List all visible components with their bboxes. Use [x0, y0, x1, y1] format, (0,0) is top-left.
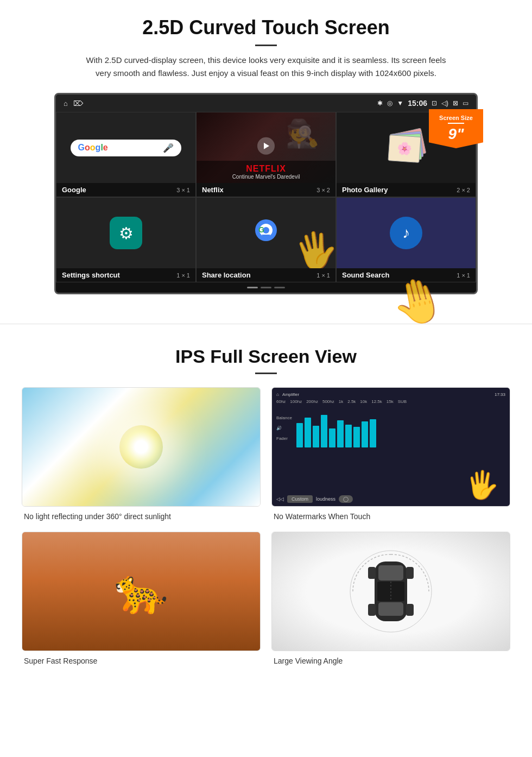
svg-rect-7	[378, 565, 403, 581]
google-app-name: Google	[62, 186, 86, 194]
cheetah-icon: 🐆	[114, 566, 168, 617]
netflix-logo: NETFLIX	[201, 164, 331, 174]
share-label-bar: Share location 1 × 1	[197, 268, 335, 282]
music-icon-wrap: ♪	[390, 217, 422, 249]
home-icon[interactable]: ⌂	[64, 99, 68, 108]
section-ips: IPS Full Screen View No light reflecting…	[0, 340, 532, 682]
sound-app-name: Sound Search	[342, 271, 389, 279]
toggle-switch[interactable]: ◯	[339, 495, 353, 503]
svg-rect-12	[368, 604, 376, 616]
status-time: 15:06	[408, 99, 427, 108]
amp-freq-labels: 60hz 100hz 200hz 500hz 1k 2.5k 10k 12.5k…	[276, 399, 505, 404]
amp-hand-icon: 🖐	[465, 469, 499, 501]
window-icon: ▭	[463, 99, 468, 107]
amp-time: 17:33	[495, 392, 505, 397]
feature-cheetah: 🐆 Super Fast Response	[22, 532, 261, 665]
status-left: ⌂ ⌦	[64, 99, 83, 108]
gallery-app-size: 2 × 2	[457, 187, 470, 193]
photo-card-top: 🌸	[388, 135, 421, 163]
watermarks-caption: No Watermarks When Touch	[271, 512, 510, 521]
device-wrapper: Screen Size 9" ⌂ ⌦ ✱ ◎ ▼ 15:06 ⊡ ◁) ⊠	[54, 93, 478, 294]
gallery-label-bar: Photo Gallery 2 × 2	[337, 183, 476, 197]
eq-bar-8	[353, 427, 360, 447]
svg-rect-11	[406, 567, 414, 579]
netflix-figure: 🕵	[286, 118, 319, 149]
location-icon: ◎	[387, 99, 392, 107]
sound-search-cell[interactable]: ♪ Sound Search 1 × 1	[336, 197, 476, 282]
netflix-app-name: Netflix	[202, 186, 224, 194]
google-search-bar[interactable]: Google 🎤	[71, 140, 182, 156]
section1-title: 2.5D Curved Touch Screen	[33, 16, 499, 39]
sunlight-visual	[22, 388, 260, 506]
eq-bar-6	[337, 420, 344, 447]
sound-cell-top: ♪	[337, 198, 476, 268]
eq-bar-7	[345, 425, 352, 447]
device-screen: ⌂ ⌦ ✱ ◎ ▼ 15:06 ⊡ ◁) ⊠ ▭	[54, 93, 478, 294]
google-cell[interactable]: Google 🎤 Google 3 × 1	[56, 112, 196, 197]
settings-gear-icon: ⚙	[119, 224, 134, 243]
google-app-size: 3 × 1	[176, 187, 190, 193]
sound-app-size: 1 × 1	[457, 272, 470, 279]
hand-icon: 🖐	[291, 226, 335, 268]
netflix-cell[interactable]: 🕵 NETFLIX Continue Marvel's Daredevil Ne…	[196, 112, 336, 197]
car-svg	[342, 542, 440, 640]
custom-btn[interactable]: Custom	[287, 495, 313, 503]
amp-bottom-bar: ◁◁ Custom loudness ◯	[276, 495, 353, 503]
section1-desc: With 2.5D curved-display screen, this de…	[81, 54, 451, 80]
sun-burst-icon	[119, 425, 163, 469]
car-caption: Large Viewing Angle	[271, 657, 510, 665]
google-label-bar: Google 3 × 1	[56, 183, 195, 197]
sunlight-image	[22, 387, 261, 507]
svg-text:G: G	[258, 225, 264, 234]
section-divider	[0, 324, 532, 324]
sunlight-caption: No light reflecting under 360° direct su…	[22, 512, 261, 521]
app-grid: Google 🎤 Google 3 × 1	[56, 112, 476, 197]
indicator-1	[247, 287, 258, 288]
amplifier-image: ⌂ Amplifier 17:33 60hz 100hz 200hz 500hz…	[271, 387, 510, 507]
eq-bar-4	[321, 415, 327, 447]
screen-size-badge: Screen Size 9"	[429, 109, 483, 148]
amp-labels: Balance 🔊 Fader	[276, 415, 292, 441]
netflix-subtitle: Continue Marvel's Daredevil	[201, 174, 331, 180]
settings-cell[interactable]: ⚙ Settings shortcut 1 × 1	[56, 197, 196, 282]
svg-rect-8	[378, 602, 403, 616]
eq-bar-9	[362, 421, 368, 447]
feature-car: Large Viewing Angle	[271, 532, 510, 665]
badge-label: Screen Size	[433, 115, 479, 121]
settings-app-name: Settings shortcut	[62, 271, 120, 279]
eq-bar-1	[296, 423, 303, 447]
netflix-app-size: 3 × 2	[316, 187, 330, 193]
settings-cell-top: ⚙	[56, 198, 195, 268]
amp-header: ⌂ Amplifier 17:33	[276, 392, 505, 397]
share-app-size: 1 × 1	[316, 272, 330, 279]
amp-title: ⌂ Amplifier	[276, 392, 299, 397]
share-app-name: Share location	[202, 271, 251, 279]
app-grid-bottom: ⚙ Settings shortcut 1 × 1	[56, 197, 476, 282]
google-cell-top: Google 🎤	[56, 112, 195, 183]
share-location-cell[interactable]: G 🖐 Share location 1 × 1	[196, 197, 336, 282]
eq-bar-5	[329, 428, 335, 447]
eq-bars	[294, 406, 378, 450]
close-icon: ⊠	[453, 99, 458, 107]
section2-divider	[255, 373, 277, 374]
maps-icon: G	[250, 217, 282, 249]
cheetah-visual: 🐆	[22, 532, 260, 651]
share-cell-top: G 🖐	[197, 198, 335, 268]
feature-sunlight: No light reflecting under 360° direct su…	[22, 387, 261, 521]
amp-labels-left: Balance 🔊 Fader	[276, 406, 505, 450]
status-right: ✱ ◎ ▼ 15:06 ⊡ ◁) ⊠ ▭	[377, 99, 468, 108]
badge-size: 9"	[448, 125, 464, 142]
google-mic-icon[interactable]: 🎤	[163, 143, 174, 153]
section-curved: 2.5D Curved Touch Screen With 2.5D curve…	[0, 0, 532, 307]
car-image	[271, 532, 510, 651]
svg-rect-10	[368, 567, 376, 579]
settings-app-size: 1 × 1	[176, 272, 190, 279]
indicator-3	[274, 287, 285, 288]
amplifier-visual: ⌂ Amplifier 17:33 60hz 100hz 200hz 500hz…	[272, 388, 510, 506]
settings-icon-wrap: ⚙	[110, 217, 142, 249]
google-logo: Google	[78, 143, 108, 153]
indicator-2	[261, 287, 271, 288]
netflix-play-button[interactable]	[257, 137, 275, 155]
wifi-icon: ▼	[397, 99, 403, 107]
cheetah-image: 🐆	[22, 532, 261, 651]
